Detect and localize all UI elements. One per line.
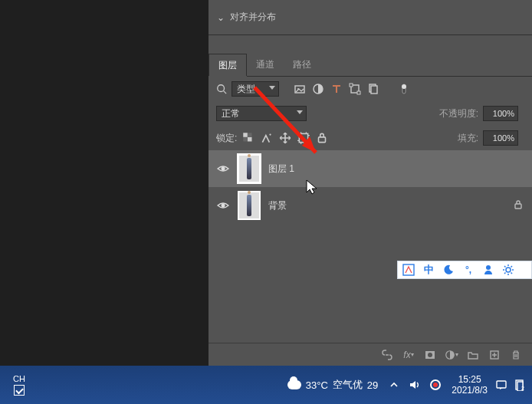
tab-layers[interactable]: 图层 bbox=[209, 54, 247, 76]
tray-record[interactable] bbox=[430, 379, 441, 390]
lock-icon bbox=[512, 199, 524, 213]
svg-rect-18 bbox=[319, 137, 326, 143]
clock-time: 15:25 bbox=[452, 374, 488, 385]
blend-row: 正常 不透明度: 100% bbox=[209, 101, 532, 126]
layer-mask-button[interactable] bbox=[423, 348, 437, 362]
svg-rect-6 bbox=[350, 84, 353, 87]
layer-name[interactable]: 图层 1 bbox=[268, 163, 294, 176]
new-layer-button[interactable] bbox=[488, 348, 501, 362]
lock-row: 锁定: 填充: 100% bbox=[209, 126, 532, 150]
svg-point-23 bbox=[428, 353, 432, 357]
taskbar-weather[interactable]: 33°C 空气优 29 bbox=[287, 378, 379, 392]
ime-moon-icon[interactable] bbox=[441, 262, 456, 278]
visibility-toggle[interactable] bbox=[216, 162, 230, 176]
svg-point-27 bbox=[486, 265, 491, 270]
lock-image-icon[interactable] bbox=[260, 131, 274, 145]
svg-rect-21 bbox=[515, 204, 521, 209]
layer-row[interactable]: 图层 1 bbox=[209, 150, 532, 187]
tab-paths[interactable]: 路径 bbox=[284, 54, 320, 76]
layers-list: 图层 1 背景 bbox=[209, 150, 532, 343]
tray-chevron[interactable] bbox=[389, 379, 399, 390]
ime-settings-icon[interactable] bbox=[501, 262, 516, 278]
ime-person-icon[interactable] bbox=[481, 262, 496, 278]
align-distribute-panel-header[interactable]: ⌄ 对齐并分布 bbox=[209, 0, 532, 35]
caret-down-icon bbox=[269, 86, 275, 90]
align-panel-title: 对齐并分布 bbox=[230, 11, 276, 24]
filter-shape-icon[interactable] bbox=[348, 82, 362, 96]
blend-mode-label: 正常 bbox=[222, 107, 240, 120]
svg-rect-7 bbox=[357, 91, 360, 94]
layer-thumbnail[interactable] bbox=[238, 191, 261, 220]
group-button[interactable] bbox=[466, 348, 480, 362]
taskbar[interactable]: CH 33°C 空气优 29 15:25 2021/8/3 2 bbox=[0, 366, 532, 404]
svg-rect-14 bbox=[248, 133, 252, 137]
filter-pixel-icon[interactable] bbox=[293, 82, 307, 96]
filter-kind-label: 类型 bbox=[237, 83, 255, 96]
svg-rect-13 bbox=[248, 137, 252, 142]
layer-style-button[interactable]: fx▾ bbox=[402, 348, 415, 362]
filter-type-icon[interactable] bbox=[330, 82, 343, 96]
tray-action-center[interactable] bbox=[494, 377, 509, 393]
cloud-icon bbox=[287, 380, 301, 389]
tab-channels[interactable]: 通道 bbox=[247, 54, 284, 76]
svg-line-1 bbox=[224, 91, 227, 94]
caret-down-icon bbox=[297, 110, 303, 114]
chevron-down-icon: ⌄ bbox=[216, 12, 225, 23]
opacity-input[interactable]: 100% bbox=[483, 106, 518, 121]
clock-date: 2021/8/3 bbox=[452, 385, 488, 396]
taskbar-clock[interactable]: 15:25 2021/8/3 bbox=[452, 374, 488, 396]
svg-point-28 bbox=[506, 268, 511, 272]
panel-tabs: 图层 通道 路径 bbox=[209, 54, 532, 77]
fill-label: 填充: bbox=[458, 132, 478, 145]
svg-rect-31 bbox=[497, 381, 506, 388]
filter-smartobject-icon[interactable] bbox=[366, 82, 380, 96]
link-layers-button[interactable] bbox=[380, 348, 394, 362]
lock-artboard-icon[interactable] bbox=[297, 131, 310, 145]
svg-rect-12 bbox=[244, 133, 248, 137]
svg-rect-17 bbox=[300, 133, 308, 142]
ime-toolbar[interactable]: 中 °, bbox=[397, 261, 532, 279]
svg-point-0 bbox=[218, 85, 225, 92]
layers-footer: fx▾ ▾ bbox=[209, 343, 532, 366]
panels-area: ⌄ 对齐并分布 图层 通道 路径 类型 正常 不透明度: 100% 锁定: bbox=[209, 0, 532, 366]
lock-all-icon[interactable] bbox=[315, 131, 329, 145]
search-icon bbox=[216, 84, 227, 94]
lock-transparent-icon[interactable] bbox=[241, 131, 255, 145]
filter-kind-dropdown[interactable]: 类型 bbox=[232, 81, 279, 97]
ime-punct-icon[interactable]: °, bbox=[461, 262, 476, 278]
ime-logo-icon[interactable] bbox=[401, 262, 416, 278]
svg-rect-9 bbox=[371, 86, 377, 94]
delete-layer-button[interactable] bbox=[509, 348, 523, 362]
taskbar-lang-label: CH bbox=[0, 374, 38, 383]
checkbox-icon bbox=[14, 385, 25, 396]
ime-mode-button[interactable]: 中 bbox=[421, 262, 436, 278]
weather-air-label: 空气优 bbox=[333, 378, 363, 392]
layer-thumbnail[interactable] bbox=[238, 154, 261, 183]
canvas-area[interactable] bbox=[0, 0, 209, 366]
svg-point-16 bbox=[270, 133, 271, 135]
layer-filter-row: 类型 bbox=[209, 77, 532, 101]
visibility-toggle[interactable] bbox=[216, 199, 230, 212]
taskbar-lang[interactable]: CH bbox=[0, 374, 38, 396]
tray-volume[interactable] bbox=[409, 379, 421, 391]
weather-air-value: 29 bbox=[367, 379, 378, 391]
svg-point-11 bbox=[402, 84, 406, 89]
opacity-label: 不透明度: bbox=[439, 107, 478, 120]
fill-input[interactable]: 100% bbox=[483, 130, 518, 146]
lock-label: 锁定: bbox=[216, 132, 237, 145]
svg-rect-15 bbox=[244, 137, 248, 142]
adjustment-layer-button[interactable]: ▾ bbox=[445, 348, 458, 362]
svg-point-20 bbox=[222, 204, 225, 208]
filter-toggle-switch[interactable] bbox=[397, 82, 411, 96]
blend-mode-dropdown[interactable]: 正常 bbox=[216, 106, 307, 121]
layer-row[interactable]: 背景 bbox=[209, 187, 532, 224]
weather-temp: 33°C bbox=[306, 379, 328, 391]
lock-position-icon[interactable] bbox=[278, 131, 292, 145]
tray-notifications[interactable]: 2 bbox=[512, 377, 527, 393]
layer-name[interactable]: 背景 bbox=[268, 199, 287, 212]
svg-point-19 bbox=[222, 167, 225, 171]
filter-adjustment-icon[interactable] bbox=[311, 82, 325, 96]
svg-text:2: 2 bbox=[521, 386, 524, 391]
